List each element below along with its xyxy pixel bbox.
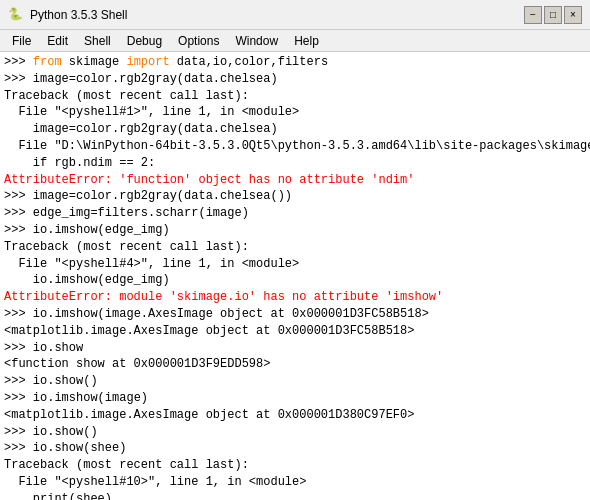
shell-line: >>> io.show() — [4, 424, 586, 441]
shell-line: >>> io.imshow(image) — [4, 390, 586, 407]
menu-item-window[interactable]: Window — [227, 32, 286, 50]
shell-line: Traceback (most recent call last): — [4, 457, 586, 474]
shell-line: >>> io.imshow(image.AxesImage object at … — [4, 306, 586, 323]
menu-item-debug[interactable]: Debug — [119, 32, 170, 50]
shell-line: File "<pyshell#10>", line 1, in <module> — [4, 474, 586, 491]
shell-line: Traceback (most recent call last): — [4, 88, 586, 105]
shell-line: >>> io.imshow(edge_img) — [4, 222, 586, 239]
shell-line: >>> io.show — [4, 340, 586, 357]
title-bar-left: 🐍 Python 3.5.3 Shell — [8, 7, 127, 23]
shell-line: io.imshow(edge_img) — [4, 272, 586, 289]
app-icon: 🐍 — [8, 7, 24, 23]
shell-line: File "D:\WinPython-64bit-3.5.3.0Qt5\pyth… — [4, 138, 586, 155]
shell-line: Traceback (most recent call last): — [4, 239, 586, 256]
shell-line: image=color.rgb2gray(data.chelsea) — [4, 121, 586, 138]
menu-bar: FileEditShellDebugOptionsWindowHelp — [0, 30, 590, 52]
menu-item-help[interactable]: Help — [286, 32, 327, 50]
menu-item-shell[interactable]: Shell — [76, 32, 119, 50]
window-title: Python 3.5.3 Shell — [30, 8, 127, 22]
shell-line: AttributeError: 'function' object has no… — [4, 172, 586, 189]
shell-content[interactable]: >>> from skimage import data,io,color,fi… — [0, 52, 590, 500]
shell-line: if rgb.ndim == 2: — [4, 155, 586, 172]
minimize-button[interactable]: − — [524, 6, 542, 24]
shell-line: >>> image=color.rgb2gray(data.chelsea()) — [4, 188, 586, 205]
title-bar: 🐍 Python 3.5.3 Shell − □ × — [0, 0, 590, 30]
menu-item-options[interactable]: Options — [170, 32, 227, 50]
shell-line: <function show at 0x000001D3F9EDD598> — [4, 356, 586, 373]
shell-line: print(shee) — [4, 491, 586, 500]
shell-line: >>> io.show() — [4, 373, 586, 390]
shell-line: >>> io.show(shee) — [4, 440, 586, 457]
shell-line: <matplotlib.image.AxesImage object at 0x… — [4, 323, 586, 340]
menu-item-edit[interactable]: Edit — [39, 32, 76, 50]
shell-line: >>> from skimage import data,io,color,fi… — [4, 54, 586, 71]
menu-item-file[interactable]: File — [4, 32, 39, 50]
maximize-button[interactable]: □ — [544, 6, 562, 24]
shell-line: >>> image=color.rgb2gray(data.chelsea) — [4, 71, 586, 88]
close-button[interactable]: × — [564, 6, 582, 24]
shell-line: >>> edge_img=filters.scharr(image) — [4, 205, 586, 222]
shell-line: File "<pyshell#4>", line 1, in <module> — [4, 256, 586, 273]
window-controls: − □ × — [524, 6, 582, 24]
shell-line: File "<pyshell#1>", line 1, in <module> — [4, 104, 586, 121]
shell-line: <matplotlib.image.AxesImage object at 0x… — [4, 407, 586, 424]
shell-line: AttributeError: module 'skimage.io' has … — [4, 289, 586, 306]
